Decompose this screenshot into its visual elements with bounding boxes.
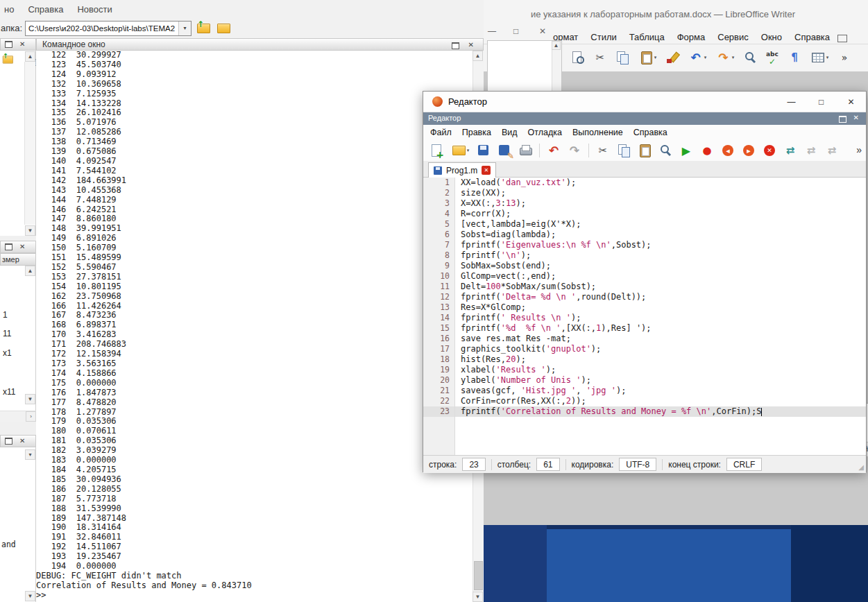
resize-grip[interactable]: ◢ bbox=[858, 463, 864, 471]
code-line[interactable]: hist(Res,20); bbox=[455, 354, 866, 365]
code-line[interactable]: [vect,lambda]=eig(X'*X); bbox=[455, 219, 866, 230]
writer-menu-item[interactable]: Справка bbox=[794, 32, 830, 42]
path-dropdown-icon[interactable]: ▾ bbox=[178, 22, 191, 35]
dropdown-caret-icon[interactable]: ▾ bbox=[826, 55, 829, 60]
toolbar-overflow-icon[interactable]: » bbox=[856, 144, 862, 155]
code-line[interactable]: fprintf('%d %f \n ',[XX(:,1),Res] '); bbox=[455, 323, 866, 334]
writer-menu-item[interactable]: Таблица bbox=[629, 32, 665, 42]
insert-table-icon[interactable]: ▾ bbox=[808, 49, 831, 67]
undock-icon[interactable] bbox=[5, 243, 12, 250]
minimize-icon[interactable]: — bbox=[776, 92, 806, 112]
command-window-header[interactable]: Командное окно ✕ bbox=[36, 38, 484, 51]
clone-formatting-icon[interactable] bbox=[663, 49, 681, 67]
panel2-header[interactable]: ✕ bbox=[0, 241, 36, 253]
tab-prog1[interactable]: Prog1.m ✕ bbox=[428, 162, 496, 178]
stop-icon[interactable] bbox=[760, 141, 778, 160]
code-line[interactable]: Delt=100*SobMax/sum(Sobst); bbox=[455, 282, 866, 292]
scroll-down-icon[interactable]: ▼ bbox=[25, 394, 35, 404]
dropdown-caret-icon[interactable]: ▾ bbox=[704, 55, 707, 60]
octave-menu-item[interactable]: Справка bbox=[26, 3, 65, 16]
code-line[interactable]: X=XX(:,3:13); bbox=[455, 198, 866, 209]
undock-icon[interactable] bbox=[5, 438, 12, 445]
close-icon[interactable]: ✕ bbox=[19, 243, 25, 250]
save-icon[interactable] bbox=[475, 141, 493, 160]
scroll-up-icon[interactable]: ▲ bbox=[552, 41, 561, 50]
print-icon[interactable] bbox=[516, 141, 534, 160]
code-line[interactable]: fprintf('Correlation of Results and Mone… bbox=[455, 406, 866, 417]
scroll-up-icon[interactable]: ▲ bbox=[25, 266, 35, 276]
close-icon[interactable]: ✕ bbox=[853, 114, 859, 121]
close-icon[interactable]: ✕ bbox=[836, 92, 866, 112]
list-item[interactable]: x11 bbox=[3, 387, 15, 397]
maximize-icon[interactable]: □ bbox=[806, 92, 836, 112]
panel3-header[interactable]: ✕ bbox=[0, 435, 36, 447]
debug-sync-icon[interactable] bbox=[781, 141, 799, 160]
browse-folder-button[interactable] bbox=[215, 20, 232, 37]
cut-icon[interactable] bbox=[594, 141, 612, 160]
code-line[interactable]: SobMax=Sobst(end); bbox=[455, 261, 866, 271]
scrollbar-thumb[interactable] bbox=[474, 561, 483, 590]
tab-close-icon[interactable]: ✕ bbox=[482, 166, 491, 175]
undock-icon[interactable] bbox=[5, 41, 12, 48]
panel1-header[interactable]: ✕ bbox=[0, 38, 36, 51]
run-icon[interactable] bbox=[677, 141, 695, 160]
step-back-icon[interactable] bbox=[719, 141, 737, 160]
list-item[interactable]: 1 bbox=[3, 310, 8, 320]
redo-icon[interactable]: ▾ bbox=[713, 49, 737, 67]
undo-icon[interactable] bbox=[545, 141, 563, 160]
history-item[interactable]: and bbox=[1, 540, 16, 549]
dropdown-caret-icon[interactable]: ▾ bbox=[467, 148, 470, 153]
close-icon[interactable]: ✕ bbox=[468, 42, 474, 49]
code-line[interactable]: ylabel('Number of Unis '); bbox=[455, 375, 866, 386]
writer-menu-item[interactable]: Стили bbox=[590, 32, 616, 42]
panel-scrollbar[interactable]: ▲ bbox=[552, 41, 561, 91]
code-line[interactable]: Res=X*GlComp; bbox=[455, 302, 866, 313]
scroll-right-icon[interactable]: › bbox=[26, 411, 36, 422]
column-header-size[interactable]: змер bbox=[0, 253, 36, 266]
dropdown-icon[interactable]: ▾ bbox=[25, 449, 35, 460]
breakpoint-icon[interactable] bbox=[698, 141, 716, 160]
scroll-down-icon[interactable]: ▼ bbox=[25, 225, 35, 236]
spelling-icon[interactable] bbox=[763, 49, 781, 67]
command-prompt[interactable]: >> bbox=[36, 591, 473, 601]
editor-menu-item[interactable]: Отладка bbox=[528, 128, 562, 137]
octave-menu-item[interactable]: Новости bbox=[75, 3, 114, 16]
dropdown-caret-icon[interactable]: ▾ bbox=[732, 55, 735, 60]
code-line[interactable]: fprintf('\n'); bbox=[455, 250, 866, 261]
new-script-icon[interactable] bbox=[427, 141, 445, 160]
undock-icon[interactable] bbox=[452, 42, 459, 49]
list-item[interactable]: 11 bbox=[3, 329, 11, 338]
save-as-icon[interactable] bbox=[495, 141, 513, 160]
paste-icon[interactable]: ▾ bbox=[636, 49, 659, 67]
code-line[interactable]: fprintf('Delta= %d \n ',round(Delt)); bbox=[455, 292, 866, 302]
editor-menu-item[interactable]: Справка bbox=[633, 128, 667, 137]
code-area[interactable]: 1234567891011121314151617181920212223 XX… bbox=[423, 178, 866, 458]
paste-icon[interactable] bbox=[636, 141, 654, 160]
writer-menu-item[interactable]: Окно bbox=[761, 32, 782, 42]
open-icon[interactable]: ▾ bbox=[448, 141, 472, 160]
code-line[interactable]: save res.mat Res -mat; bbox=[455, 334, 866, 344]
octave-menu-item[interactable]: но bbox=[2, 3, 16, 16]
code-line[interactable]: XX=load('dan_vuz.txt'); bbox=[455, 178, 866, 188]
writer-menu-item[interactable]: Сервис bbox=[717, 32, 749, 42]
encoding-value[interactable]: UTF-8 bbox=[619, 458, 656, 471]
eol-value[interactable]: CRLF bbox=[726, 458, 762, 471]
command-output[interactable]: 122 30.299927 123 45.503740 124 9.093912… bbox=[36, 51, 473, 602]
print-preview-icon[interactable] bbox=[569, 49, 587, 67]
editor-titlebar[interactable]: Редактор — □ ✕ bbox=[423, 92, 866, 112]
folder-up-button[interactable] bbox=[195, 20, 212, 37]
code-line[interactable]: GlComp=vect(:,end); bbox=[455, 271, 866, 282]
list-item[interactable]: x1 bbox=[3, 348, 12, 358]
code-line[interactable]: fprintf('Eigenvalues:\n %f \n',Sobst); bbox=[455, 240, 866, 250]
hscroll-track[interactable]: › bbox=[0, 411, 36, 422]
dropdown-caret-icon[interactable]: ▾ bbox=[654, 55, 657, 60]
formatting-marks-icon[interactable] bbox=[785, 49, 803, 67]
code-line[interactable]: R=corr(X); bbox=[455, 209, 866, 219]
writer-menu-item[interactable]: Форма bbox=[677, 32, 706, 42]
scroll-down-icon[interactable]: ▼ bbox=[25, 591, 35, 601]
code-line[interactable]: saveas(gcf, 'Hist.jpg ', 'jpg '); bbox=[455, 386, 866, 396]
editor-menu-item[interactable]: Правка bbox=[462, 128, 491, 137]
editor-menu-item[interactable]: Файл bbox=[430, 128, 452, 137]
code-line[interactable]: fprintf(' Results \n '); bbox=[455, 313, 866, 323]
dock-icon[interactable] bbox=[839, 116, 846, 123]
